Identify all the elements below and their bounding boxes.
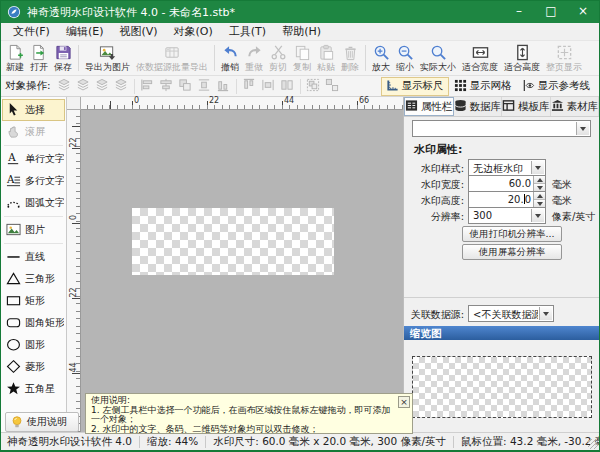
fit-height-button[interactable]: 适合高度 <box>501 42 543 74</box>
object-selector[interactable] <box>412 120 591 137</box>
svg-text:A: A <box>6 173 15 185</box>
fit-height-label: 适合高度 <box>504 62 540 73</box>
bring-to-front-button <box>55 78 74 95</box>
watermark-height-row: 水印高度:20.0毫米 <box>404 191 599 208</box>
app-logo-icon <box>7 5 21 19</box>
chevron-down-icon[interactable] <box>539 307 552 320</box>
tool-image[interactable]: 图片 <box>2 219 65 241</box>
fit-width-label: 适合宽度 <box>462 62 498 73</box>
close-icon[interactable]: × <box>398 396 410 408</box>
resize-grip[interactable] <box>588 439 598 449</box>
tool-pan-label: 滚屏 <box>25 125 45 139</box>
tool-arc-text[interactable]: 圆弧文字 <box>2 192 65 214</box>
fit-page-icon <box>556 44 573 62</box>
resolution-select[interactable]: 300 <box>468 207 546 224</box>
show-ruler-toggle[interactable]: 显示标尺 <box>381 77 449 96</box>
zoom-out-button[interactable]: 缩小 <box>393 42 417 74</box>
watermark-height-label: 水印高度: <box>404 194 464 208</box>
tool-multi-line-text[interactable]: A多行文字 <box>2 170 65 192</box>
copy-button: 复制 <box>290 42 314 74</box>
show-grid-toggle[interactable]: 显示网格 <box>449 77 517 96</box>
resolution-value: 300 <box>473 210 530 221</box>
save-button[interactable]: 保存 <box>51 42 75 74</box>
datasource-value: <不关联数据源> <box>473 308 538 322</box>
tool-image-label: 图片 <box>25 223 45 237</box>
tab-properties[interactable]: 属性栏 <box>404 97 454 116</box>
tool-single-line-text[interactable]: A单行文字 <box>2 148 65 170</box>
tool-select[interactable]: 选择 <box>2 99 65 121</box>
watermark-object[interactable] <box>132 208 334 275</box>
tool-triangle[interactable]: 三角形 <box>2 268 65 290</box>
tool-line[interactable]: 直线 <box>2 246 65 268</box>
align-top-icon <box>242 78 256 94</box>
 <box>537 178 543 182</box>
chevron-down-icon[interactable] <box>576 122 589 135</box>
watermark-height-input[interactable]: 20.0 <box>468 191 546 208</box>
minimize-button[interactable]: – <box>503 1 535 23</box>
help-lines: 1. 左侧工具栏中选择一个功能后，在画布区域按住鼠标左键拖动，即可添加一个对象；… <box>91 406 396 434</box>
separator <box>134 79 135 94</box>
zoom-in-label: 放大 <box>372 62 390 73</box>
status-item: 神奇透明水印设计软件 4.0 <box>7 435 132 449</box>
templates-icon <box>502 99 515 114</box>
watermark-width-spin-down[interactable] <box>534 184 545 191</box>
watermark-width-spin-up[interactable] <box>534 176 545 184</box>
menu-item-edit[interactable]: 编辑(E) <box>58 24 112 39</box>
distribute-horizontal-button <box>259 78 278 95</box>
menu-item-view[interactable]: 视图(V) <box>111 24 165 39</box>
distribute-horizontal-icon <box>261 78 275 94</box>
fit-width-button[interactable]: 适合宽度 <box>459 42 501 74</box>
open-button[interactable]: 打开 <box>27 42 51 74</box>
new-button[interactable]: 新建 <box>3 42 27 74</box>
menu-item-tools[interactable]: 工具(T) <box>221 24 274 39</box>
tool-circle[interactable]: 圆形 <box>2 334 65 356</box>
show-guides-toggle[interactable]: 显示参考线 <box>517 77 596 96</box>
tab-materials[interactable]: 素材库 <box>551 97 600 116</box>
resolution-row: 分辨率:300像素/英寸 <box>404 207 599 224</box>
datasource-select[interactable]: <不关联数据源> <box>468 305 554 322</box>
usage-help-button[interactable]: 使用说明 <box>5 412 79 432</box>
export-image-label: 导出为图片 <box>85 62 130 73</box>
thumbnail-area <box>404 340 599 432</box>
watermark-style-select[interactable]: 无边框水印 <box>468 159 546 176</box>
tool-rounded-rectangle[interactable]: 圆角矩形 <box>2 312 65 334</box>
watermark-width-input[interactable]: 60.0 <box>468 175 546 192</box>
tool-panel: 选择滚屏A单行文字A多行文字圆弧文字图片直线三角形矩形圆角矩形圆形菱形五角星 <box>1 97 67 432</box>
tool-star[interactable]: 五角星 <box>2 378 65 400</box>
tool-circle-label: 圆形 <box>25 338 45 352</box>
chevron-down-icon[interactable] <box>531 209 544 222</box>
tab-database[interactable]: 数据库 <box>454 97 503 116</box>
watermark-style-row: 水印样式:无边框水印 <box>404 159 599 176</box>
use-screen-resolution-button[interactable]: 使用屏幕分辨率 <box>462 244 562 260</box>
watermark-width-unit: 毫米 <box>552 178 572 192</box>
tab-properties-label: 属性栏 <box>421 100 453 114</box>
canvas[interactable] <box>81 110 403 432</box>
grid-icon <box>454 79 467 94</box>
menu-item-object[interactable]: 对象(O) <box>166 24 221 39</box>
close-button[interactable]: × <box>567 1 599 23</box>
 <box>535 214 541 218</box>
watermark-height-spin-down[interactable] <box>534 200 545 207</box>
use-printer-resolution-button[interactable]: 使用打印机分辨率... <box>462 226 562 242</box>
tool-rectangle[interactable]: 矩形 <box>2 290 65 312</box>
zoom-in-button[interactable]: 放大 <box>369 42 393 74</box>
chevron-down-icon[interactable] <box>531 161 544 174</box>
tool-single-line-text-label: 单行文字 <box>25 152 65 166</box>
view-toggles: 显示标尺显示网格显示参考线 <box>381 77 596 96</box>
export-image-button[interactable]: 导出为图片 <box>82 42 133 74</box>
menu-item-help[interactable]: 帮助(H) <box>274 24 329 39</box>
menu-item-file[interactable]: 文件(F) <box>5 24 58 39</box>
tab-templates[interactable]: 模板库 <box>502 97 551 116</box>
undo-button[interactable]: 撤销 <box>218 42 242 74</box>
actual-size-button[interactable]: 实际大小 <box>417 42 459 74</box>
object-operations-bar: 对象操作: 显示标尺显示网格显示参考线 <box>1 76 599 97</box>
tool-diamond[interactable]: 菱形 <box>2 356 65 378</box>
watermark-width-spinner <box>533 176 545 191</box>
ruler-corner <box>67 97 81 110</box>
align-center-icon <box>159 78 173 94</box>
save-label: 保存 <box>54 62 72 73</box>
watermark-height-spin-up[interactable] <box>534 192 545 200</box>
maximize-button[interactable]: □ <box>535 1 567 23</box>
align-top-button <box>240 78 259 95</box>
show-guides-label: 显示参考线 <box>538 79 591 93</box>
